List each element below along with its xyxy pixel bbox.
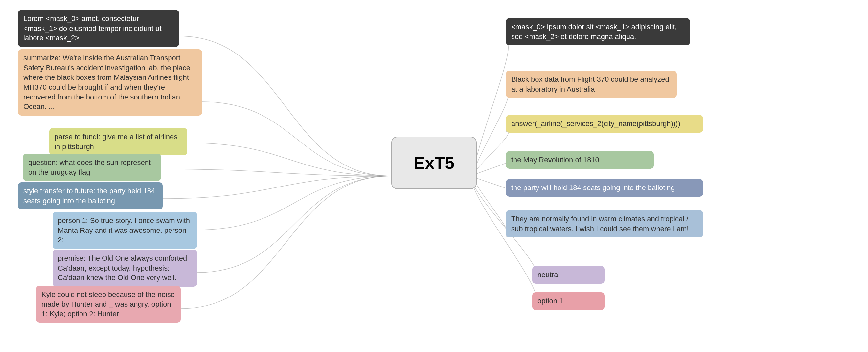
right-node-r6: They are normally found in warm climates… <box>506 210 703 237</box>
left-node-l4: question: what does the sun represent on… <box>23 154 161 181</box>
left-node-l6: person 1: So true story. I once swam wit… <box>53 212 197 249</box>
right-node-r1: <mask_0> ipsum dolor sit <mask_1> adipis… <box>506 18 690 45</box>
center-label: ExT5 <box>414 151 454 174</box>
right-node-r5: the party will hold 184 seats going into… <box>506 179 703 197</box>
left-node-l2: summarize: We're inside the Australian T… <box>18 49 202 116</box>
right-node-r3: answer(_airline(_services_2(city_name(pi… <box>506 115 703 133</box>
right-node-r7: neutral <box>532 266 604 284</box>
right-node-r2: Black box data from Flight 370 could be … <box>506 71 677 98</box>
left-node-l1: Lorem <mask_0> amet, consectetur <mask_1… <box>18 10 179 47</box>
left-node-l7: premise: The Old One always comforted Ca… <box>53 250 197 287</box>
right-node-r8: option 1 <box>532 292 604 310</box>
right-node-r4: the May Revolution of 1810 <box>506 151 654 169</box>
left-node-l8: Kyle could not sleep because of the nois… <box>36 286 181 323</box>
center-node: ExT5 <box>391 137 477 189</box>
left-node-l5: style transfer to future: the party held… <box>18 182 163 210</box>
left-node-l3: parse to funql: give me a list of airlin… <box>49 128 187 155</box>
